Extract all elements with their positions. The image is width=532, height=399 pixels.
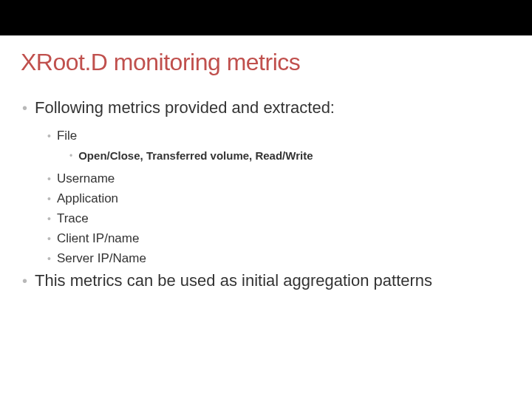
slide-title: XRoot.D monitoring metrics [21, 49, 511, 76]
slide-content: XRoot.D monitoring metrics • Following m… [0, 35, 532, 290]
bullet-text: Trace [57, 211, 89, 227]
bullet-dot-icon: • [47, 231, 51, 247]
bullet-level2: • Application [21, 191, 511, 207]
bullet-level2: • Client IP/name [21, 231, 511, 247]
bullet-text: Server IP/Name [57, 250, 146, 267]
bullet-level2: • Server IP/Name [21, 250, 511, 267]
bullet-text: Client IP/name [57, 231, 140, 247]
bullet-dot-icon: • [22, 98, 27, 117]
bullet-text: Application [57, 191, 118, 207]
bullet-text: File [57, 128, 77, 144]
bullet-text: Username [57, 171, 115, 187]
bullet-dot-icon: • [47, 211, 51, 227]
bullet-level3: • Open/Close, Transferred volume, Read/W… [21, 149, 511, 163]
bullet-dot-icon: • [47, 128, 51, 144]
bullet-text: Following metrics provided and extracted… [35, 98, 335, 117]
bullet-dot-icon: • [47, 171, 51, 187]
bullet-dot-icon: • [69, 149, 72, 163]
bullet-level2: • File [21, 128, 511, 144]
bullet-text: Open/Close, Transferred volume, Read/Wri… [78, 149, 313, 163]
bullet-level2: • Username [21, 171, 511, 187]
bullet-dot-icon: • [47, 191, 51, 207]
bullet-dot-icon: • [22, 271, 27, 290]
bullet-level1: • Following metrics provided and extract… [21, 98, 511, 117]
bullet-dot-icon: • [47, 250, 51, 267]
bullet-level1: • This metrics can be used as initial ag… [21, 271, 511, 290]
bullet-text: This metrics can be used as initial aggr… [35, 271, 432, 290]
bullet-level2: • Trace [21, 211, 511, 227]
top-black-bar [0, 0, 532, 35]
